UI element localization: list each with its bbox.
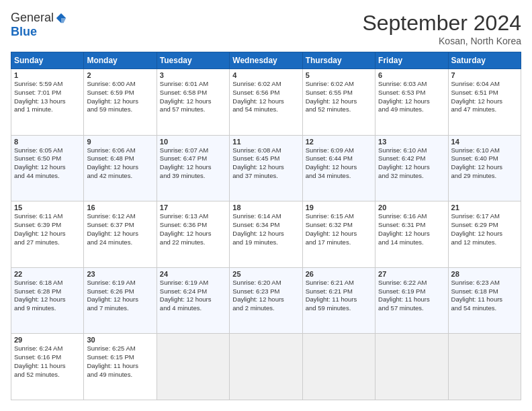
calendar-cell: 30Sunrise: 6:25 AMSunset: 6:15 PMDayligh… (84, 334, 157, 400)
weekday-wednesday: Wednesday (230, 52, 302, 69)
logo-blue: Blue (11, 25, 37, 38)
day-info: Sunrise: 6:10 AMSunset: 6:40 PMDaylight:… (451, 146, 518, 181)
day-number: 1 (14, 71, 81, 79)
month-title: September 2024 (362, 11, 521, 36)
calendar-week-4: 22Sunrise: 6:18 AMSunset: 6:28 PMDayligh… (11, 267, 521, 334)
calendar-cell: 6Sunrise: 6:03 AMSunset: 6:53 PMDaylight… (375, 69, 448, 136)
calendar-cell: 21Sunrise: 6:17 AMSunset: 6:29 PMDayligh… (448, 201, 521, 268)
location: Kosan, North Korea (362, 36, 521, 46)
calendar-cell: 10Sunrise: 6:07 AMSunset: 6:47 PMDayligh… (157, 135, 229, 201)
weekday-header-row: SundayMondayTuesdayWednesdayThursdayFrid… (11, 52, 521, 69)
calendar-cell: 14Sunrise: 6:10 AMSunset: 6:40 PMDayligh… (448, 135, 521, 201)
day-info: Sunrise: 6:19 AMSunset: 6:26 PMDaylight:… (87, 279, 153, 313)
calendar-cell: 5Sunrise: 6:02 AMSunset: 6:55 PMDaylight… (302, 69, 375, 136)
day-number: 19 (306, 203, 372, 212)
calendar-cell (448, 334, 521, 400)
weekday-friday: Friday (375, 52, 448, 69)
calendar-cell: 18Sunrise: 6:14 AMSunset: 6:34 PMDayligh… (230, 201, 302, 268)
day-info: Sunrise: 6:14 AMSunset: 6:34 PMDaylight:… (232, 212, 299, 246)
title-section: September 2024 Kosan, North Korea (362, 11, 521, 46)
day-number: 9 (87, 138, 153, 146)
calendar-cell: 1Sunrise: 5:59 AMSunset: 7:01 PMDaylight… (11, 69, 84, 136)
day-info: Sunrise: 6:08 AMSunset: 6:45 PMDaylight:… (232, 146, 299, 181)
calendar-cell: 15Sunrise: 6:11 AMSunset: 6:39 PMDayligh… (11, 201, 84, 268)
day-number: 30 (87, 336, 153, 344)
day-info: Sunrise: 6:12 AMSunset: 6:37 PMDaylight:… (87, 212, 153, 246)
day-number: 21 (451, 203, 518, 212)
day-number: 17 (160, 203, 226, 212)
day-number: 10 (160, 138, 226, 146)
day-info: Sunrise: 6:17 AMSunset: 6:29 PMDaylight:… (451, 212, 518, 246)
day-number: 6 (378, 71, 445, 79)
day-info: Sunrise: 6:13 AMSunset: 6:36 PMDaylight:… (160, 212, 226, 246)
day-info: Sunrise: 6:23 AMSunset: 6:18 PMDaylight:… (451, 279, 518, 313)
calendar-week-1: 1Sunrise: 5:59 AMSunset: 7:01 PMDaylight… (11, 69, 521, 136)
calendar-week-3: 15Sunrise: 6:11 AMSunset: 6:39 PMDayligh… (11, 201, 521, 268)
day-info: Sunrise: 6:04 AMSunset: 6:51 PMDaylight:… (451, 80, 518, 114)
day-number: 24 (160, 270, 226, 278)
day-info: Sunrise: 6:03 AMSunset: 6:53 PMDaylight:… (378, 80, 445, 114)
day-number: 15 (14, 203, 81, 212)
day-info: Sunrise: 6:18 AMSunset: 6:28 PMDaylight:… (14, 279, 81, 313)
day-info: Sunrise: 6:19 AMSunset: 6:24 PMDaylight:… (160, 279, 226, 313)
day-number: 11 (232, 138, 299, 146)
logo: General Blue (11, 11, 67, 39)
day-info: Sunrise: 6:22 AMSunset: 6:19 PMDaylight:… (378, 279, 445, 313)
day-number: 25 (232, 270, 299, 278)
weekday-tuesday: Tuesday (157, 52, 229, 69)
calendar-cell: 2Sunrise: 6:00 AMSunset: 6:59 PMDaylight… (84, 69, 157, 136)
day-info: Sunrise: 6:09 AMSunset: 6:44 PMDaylight:… (306, 146, 372, 181)
day-info: Sunrise: 6:05 AMSunset: 6:50 PMDaylight:… (14, 146, 81, 181)
day-number: 14 (451, 138, 518, 146)
calendar-cell: 12Sunrise: 6:09 AMSunset: 6:44 PMDayligh… (302, 135, 375, 201)
day-info: Sunrise: 6:10 AMSunset: 6:42 PMDaylight:… (378, 146, 445, 181)
calendar-cell: 11Sunrise: 6:08 AMSunset: 6:45 PMDayligh… (230, 135, 302, 201)
calendar-cell: 22Sunrise: 6:18 AMSunset: 6:28 PMDayligh… (11, 267, 84, 334)
day-number: 26 (306, 270, 372, 278)
day-number: 13 (378, 138, 445, 146)
calendar-cell: 26Sunrise: 6:21 AMSunset: 6:21 PMDayligh… (302, 267, 375, 334)
day-number: 5 (306, 71, 372, 79)
logo-general: General (11, 11, 54, 25)
day-info: Sunrise: 6:06 AMSunset: 6:48 PMDaylight:… (87, 146, 153, 181)
day-info: Sunrise: 6:15 AMSunset: 6:32 PMDaylight:… (306, 212, 372, 246)
calendar-cell: 24Sunrise: 6:19 AMSunset: 6:24 PMDayligh… (157, 267, 229, 334)
calendar-week-2: 8Sunrise: 6:05 AMSunset: 6:50 PMDaylight… (11, 135, 521, 201)
calendar-body: 1Sunrise: 5:59 AMSunset: 7:01 PMDaylight… (11, 69, 521, 400)
day-number: 22 (14, 270, 81, 278)
day-info: Sunrise: 6:07 AMSunset: 6:47 PMDaylight:… (160, 146, 226, 181)
day-number: 4 (232, 71, 299, 79)
day-info: Sunrise: 6:21 AMSunset: 6:21 PMDaylight:… (306, 279, 372, 313)
day-number: 3 (160, 71, 226, 79)
svg-marker-1 (61, 18, 66, 23)
day-number: 23 (87, 270, 153, 278)
logo-icon (55, 12, 67, 24)
weekday-thursday: Thursday (302, 52, 375, 69)
calendar-cell: 27Sunrise: 6:22 AMSunset: 6:19 PMDayligh… (375, 267, 448, 334)
day-info: Sunrise: 5:59 AMSunset: 7:01 PMDaylight:… (14, 80, 81, 114)
calendar-cell: 8Sunrise: 6:05 AMSunset: 6:50 PMDaylight… (11, 135, 84, 201)
calendar-cell (375, 334, 448, 400)
calendar-cell (230, 334, 302, 400)
calendar-cell: 25Sunrise: 6:20 AMSunset: 6:23 PMDayligh… (230, 267, 302, 334)
day-info: Sunrise: 6:16 AMSunset: 6:31 PMDaylight:… (378, 212, 445, 246)
weekday-monday: Monday (84, 52, 157, 69)
day-info: Sunrise: 6:20 AMSunset: 6:23 PMDaylight:… (232, 279, 299, 313)
day-info: Sunrise: 6:02 AMSunset: 6:56 PMDaylight:… (232, 80, 299, 114)
day-number: 16 (87, 203, 153, 212)
weekday-sunday: Sunday (11, 52, 84, 69)
calendar-cell: 9Sunrise: 6:06 AMSunset: 6:48 PMDaylight… (84, 135, 157, 201)
page-header: General Blue September 2024 Kosan, North… (11, 11, 521, 46)
day-info: Sunrise: 6:11 AMSunset: 6:39 PMDaylight:… (14, 212, 81, 246)
calendar-cell (302, 334, 375, 400)
day-number: 18 (232, 203, 299, 212)
day-info: Sunrise: 6:25 AMSunset: 6:15 PMDaylight:… (87, 345, 153, 379)
day-info: Sunrise: 6:01 AMSunset: 6:58 PMDaylight:… (160, 80, 226, 114)
day-info: Sunrise: 6:00 AMSunset: 6:59 PMDaylight:… (87, 80, 153, 114)
calendar-cell: 13Sunrise: 6:10 AMSunset: 6:42 PMDayligh… (375, 135, 448, 201)
day-info: Sunrise: 6:24 AMSunset: 6:16 PMDaylight:… (14, 345, 81, 379)
calendar-cell: 20Sunrise: 6:16 AMSunset: 6:31 PMDayligh… (375, 201, 448, 268)
calendar-table: SundayMondayTuesdayWednesdayThursdayFrid… (11, 52, 521, 400)
calendar-cell: 7Sunrise: 6:04 AMSunset: 6:51 PMDaylight… (448, 69, 521, 136)
calendar-cell: 19Sunrise: 6:15 AMSunset: 6:32 PMDayligh… (302, 201, 375, 268)
